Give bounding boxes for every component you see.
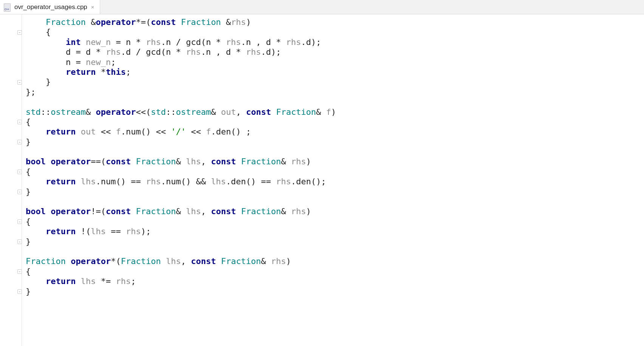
code-line[interactable]: } — [26, 187, 644, 197]
editor-area: Fraction &operator*=(const Fraction &rhs… — [0, 14, 644, 346]
fold-toggle-icon[interactable] — [17, 219, 22, 224]
code-line[interactable]: return *this; — [26, 67, 644, 77]
code-line[interactable]: std::ostream& operator<<(std::ostream& o… — [26, 107, 644, 117]
code-line[interactable]: { — [26, 167, 644, 177]
tab-filename: ovr_operator_usages.cpp — [14, 3, 87, 11]
fold-toggle-icon[interactable] — [17, 269, 22, 274]
code-line[interactable]: int new_n = n * rhs.n / gcd(n * rhs.n , … — [26, 37, 644, 47]
code-line[interactable]: } — [26, 137, 644, 147]
code-line[interactable]: return lhs *= rhs; — [26, 276, 644, 286]
code-line[interactable]: { — [26, 117, 644, 127]
file-tab[interactable]: ovr_operator_usages.cpp × — [0, 0, 100, 14]
close-icon[interactable]: × — [91, 4, 94, 10]
code-line[interactable]: } — [26, 287, 644, 297]
code-line[interactable] — [26, 197, 644, 207]
fold-toggle-icon[interactable] — [17, 140, 22, 144]
code-line[interactable]: Fraction &operator*=(const Fraction &rhs… — [26, 17, 644, 27]
code-line[interactable]: bool operator==(const Fraction& lhs, con… — [26, 157, 644, 167]
code-line[interactable]: } — [26, 237, 644, 247]
fold-toggle-icon[interactable] — [17, 170, 22, 174]
fold-toggle-icon[interactable] — [17, 120, 22, 124]
code-line[interactable]: n = new_n; — [26, 57, 644, 67]
code-line[interactable]: }; — [26, 87, 644, 97]
fold-toggle-icon[interactable] — [17, 190, 22, 194]
code-line[interactable]: Fraction operator*(Fraction lhs, const F… — [26, 256, 644, 266]
code-line[interactable]: { — [26, 267, 644, 276]
gutter — [0, 14, 22, 346]
code-view[interactable]: Fraction &operator*=(const Fraction &rhs… — [22, 14, 644, 346]
code-line[interactable]: return out << f.num() << '/' << f.den() … — [26, 127, 644, 137]
tab-bar: ovr_operator_usages.cpp × — [0, 0, 644, 14]
code-line[interactable]: return lhs.num() == rhs.num() && lhs.den… — [26, 177, 644, 187]
fold-toggle-icon[interactable] — [17, 289, 22, 294]
code-line[interactable] — [26, 97, 644, 107]
fold-toggle-icon[interactable] — [17, 239, 22, 244]
code-line[interactable]: } — [26, 77, 644, 87]
code-line[interactable]: d = d * rhs.d / gcd(n * rhs.n , d * rhs.… — [26, 47, 644, 57]
cpp-file-icon — [4, 3, 11, 11]
code-line[interactable] — [26, 247, 644, 256]
code-line[interactable] — [26, 147, 644, 157]
code-line[interactable]: { — [26, 27, 644, 37]
code-line[interactable]: return !(lhs == rhs); — [26, 227, 644, 236]
fold-toggle-icon[interactable] — [17, 80, 22, 85]
code-line[interactable]: { — [26, 217, 644, 227]
fold-toggle-icon[interactable] — [17, 30, 22, 35]
code-line[interactable]: bool operator!=(const Fraction& lhs, con… — [26, 207, 644, 216]
